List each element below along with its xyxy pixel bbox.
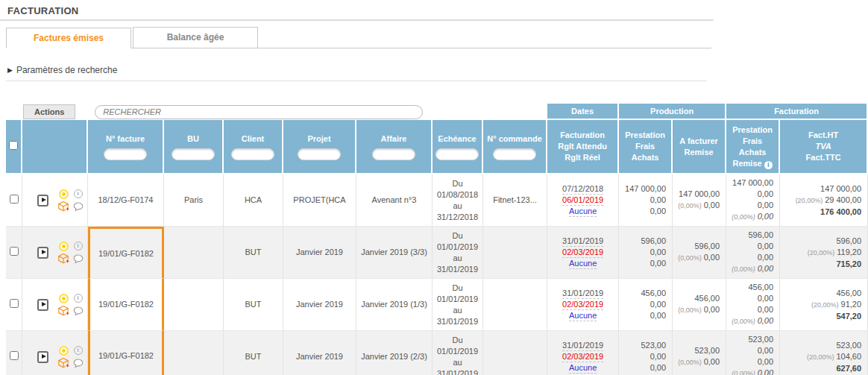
row-actions-cell: i: [22, 227, 88, 279]
commande-cell: [483, 227, 547, 279]
toolbar: Actions: [7, 104, 547, 119]
rglt-reel-link[interactable]: Aucune: [569, 363, 597, 374]
col-header-n-facture: N° facture: [88, 120, 164, 174]
info-icon[interactable]: i: [74, 242, 83, 250]
col-header-client: Client: [224, 120, 283, 174]
package-icon[interactable]: [57, 201, 70, 212]
facturation-cell: 523,000,000,00(0,00%)0,00: [726, 331, 780, 375]
package-icon[interactable]: [57, 253, 70, 265]
production-cell: 596,000,000,00: [619, 227, 673, 279]
tab-factures-emises[interactable]: Factures émises: [6, 28, 131, 48]
comment-icon[interactable]: [73, 306, 84, 316]
facturation-date[interactable]: 31/01/2019: [562, 236, 603, 247]
col-header-affaire: Affaire: [356, 120, 433, 174]
facturation-cell: 596,000,000,00(0,00%)0,00: [726, 227, 780, 279]
row-actions-cell: i: [22, 331, 88, 375]
affaire-cell: Janvier 2019 (1/3): [356, 279, 433, 331]
echeance-cell: Du01/01/2019au31/01/2019: [433, 279, 483, 331]
row-icon-group: i: [57, 344, 84, 369]
filter-input-client[interactable]: [231, 148, 274, 160]
coin-status-icon[interactable]: [59, 189, 69, 199]
project-cell: PROJET(HCA: [283, 174, 356, 227]
rglt-reel-link[interactable]: Aucune: [569, 311, 597, 321]
client-cell: BUT: [224, 227, 283, 279]
bu-cell: Paris: [164, 174, 224, 227]
rglt-attendu-date[interactable]: 02/03/2019: [562, 248, 603, 258]
rglt-attendu-date[interactable]: 06/01/2019: [562, 195, 603, 206]
group-header-production: Production: [619, 104, 726, 120]
production-cell: 147 000,000,000,00: [619, 174, 673, 227]
comment-icon[interactable]: [73, 359, 84, 368]
a-facturer-cell: 147 000,00(0,00%)0,00: [673, 174, 726, 227]
search-params-label: Paramètres de recherche: [16, 65, 117, 75]
coin-status-icon[interactable]: [59, 242, 69, 251]
commande-cell: [483, 279, 547, 331]
col-header-production-sub: Prestation Frais Achats: [619, 120, 673, 174]
row-checkbox[interactable]: [10, 247, 19, 256]
tab-balance-agee[interactable]: Balance âgée: [133, 27, 258, 48]
facturation-date[interactable]: 07/12/2018: [562, 184, 603, 195]
remise-info-icon[interactable]: i: [764, 161, 773, 169]
dates-cell: 31/01/201902/03/2019Aucune: [547, 279, 619, 331]
echeance-cell: Du01/01/2019au31/01/2019: [433, 331, 483, 375]
row-actions-cell: i: [22, 174, 88, 227]
actions-button[interactable]: Actions: [23, 104, 75, 119]
row-actions-header: [22, 120, 88, 174]
production-cell: 456,000,000,00: [619, 279, 673, 331]
facturation-date[interactable]: 31/01/2019: [562, 289, 603, 299]
row-select-cell: [6, 174, 22, 227]
filter-input-bu[interactable]: [172, 148, 215, 160]
row-icon-group: i: [57, 292, 84, 317]
coin-status-icon[interactable]: [59, 294, 69, 303]
a-facturer-cell: 596,00(0,00%)0,00: [673, 227, 726, 279]
affaire-cell: Avenant n°3: [356, 174, 433, 227]
comment-icon[interactable]: [73, 254, 84, 264]
info-icon[interactable]: i: [74, 346, 83, 355]
client-cell: HCA: [224, 174, 283, 227]
invoice-cell: 18/12/G-F0174: [88, 174, 164, 227]
row-select-cell: [6, 279, 22, 331]
filter-input-affaire[interactable]: [372, 148, 415, 160]
info-icon[interactable]: i: [74, 189, 83, 198]
client-cell: BUT: [224, 279, 283, 331]
table-row: i18/12/G-F0174ParisHCAPROJET(HCAAvenant …: [6, 174, 868, 227]
package-icon[interactable]: [57, 305, 70, 317]
select-all-cell: [6, 120, 22, 174]
a-facturer-cell: 456,00(0,00%)0,00: [673, 279, 726, 331]
invoice-cell: 19/01/G-F0182: [88, 279, 164, 331]
table-row: i19/01/G-F0182BUTJanvier 2019Janvier 201…: [6, 279, 868, 331]
row-actions-cell: i: [22, 279, 88, 331]
search-params-toggle[interactable]: ▶ Paramètres de recherche: [7, 65, 868, 75]
play-icon[interactable]: [37, 351, 48, 363]
commande-cell: [483, 331, 547, 375]
group-header-dates: Dates: [547, 104, 619, 120]
rglt-reel-link[interactable]: Aucune: [569, 259, 597, 269]
filter-input-n-facture[interactable]: [104, 148, 147, 160]
play-icon[interactable]: [37, 195, 48, 207]
dates-cell: 31/01/201902/03/2019Aucune: [547, 331, 619, 375]
table-row: i19/01/G-F0182BUTJanvier 2019Janvier 201…: [6, 227, 868, 279]
invoices-table: Actions Dates Production Facturation N° …: [6, 104, 868, 375]
row-icon-group: i: [57, 188, 84, 212]
package-icon[interactable]: [57, 357, 70, 369]
coin-status-icon[interactable]: [59, 346, 69, 356]
rglt-attendu-date[interactable]: 02/03/2019: [562, 352, 603, 362]
info-icon[interactable]: i: [74, 294, 83, 303]
row-select-cell: [6, 331, 22, 375]
affaire-cell: Janvier 2019 (3/3): [356, 227, 433, 279]
col-header-dates-sub: Facturation Rglt Attendu Rglt Réel: [547, 120, 619, 174]
search-input[interactable]: [95, 105, 423, 119]
play-icon[interactable]: [37, 299, 48, 311]
row-checkbox[interactable]: [10, 351, 19, 360]
facturation-date[interactable]: 31/01/2019: [562, 341, 603, 351]
rglt-attendu-date[interactable]: 02/03/2019: [562, 300, 603, 310]
filter-input-projet[interactable]: [298, 148, 341, 160]
row-checkbox[interactable]: [10, 195, 19, 204]
row-checkbox[interactable]: [10, 299, 19, 308]
comment-icon[interactable]: [73, 202, 84, 212]
filter-input-n-commande[interactable]: [493, 148, 536, 160]
select-all-checkbox[interactable]: [9, 141, 18, 150]
play-icon[interactable]: [37, 247, 48, 259]
rglt-reel-link[interactable]: Aucune: [569, 207, 597, 217]
filter-input-echeance[interactable]: [435, 148, 479, 160]
